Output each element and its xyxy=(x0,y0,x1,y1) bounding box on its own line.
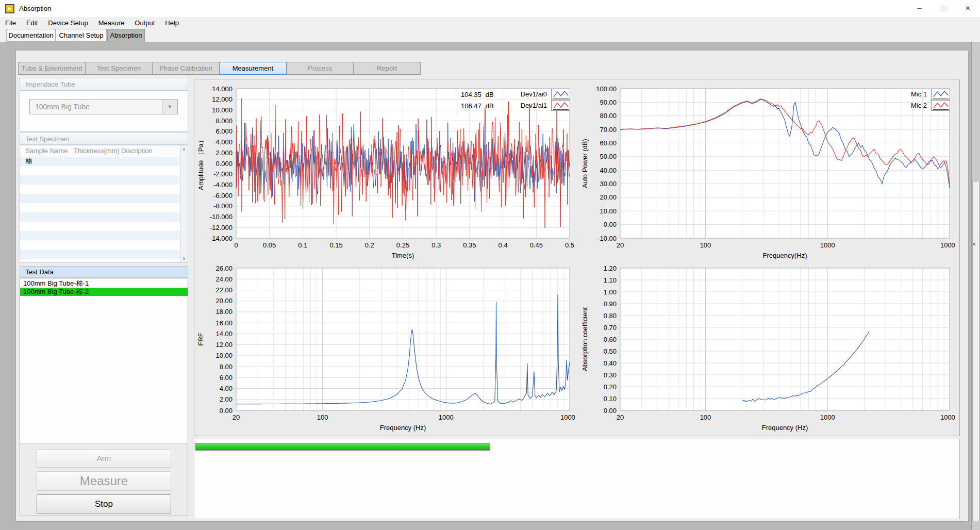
subtab-phase-calibration[interactable]: Phase Calibration xyxy=(152,62,220,75)
level-dev1-ai0: 104.35 xyxy=(461,91,481,98)
impedance-tube-body: 100mm Big Tube ▼ xyxy=(20,91,188,132)
svg-text:-12.000: -12.000 xyxy=(210,224,232,231)
svg-text:Amplitude （Pa）: Amplitude （Pa） xyxy=(197,137,205,190)
svg-text:1000: 1000 xyxy=(820,241,835,249)
chevron-down-icon[interactable]: ▼ xyxy=(162,100,177,114)
waveform-icon xyxy=(551,89,570,100)
svg-text:100: 100 xyxy=(700,413,711,421)
menu-output[interactable]: Output xyxy=(129,17,160,29)
svg-text:0.35: 0.35 xyxy=(463,241,476,249)
table-row[interactable] xyxy=(20,231,188,240)
tube-select-dropdown[interactable]: 100mm Big Tube ▼ xyxy=(29,99,178,114)
svg-text:Frequency(Hz): Frequency(Hz) xyxy=(763,252,807,259)
svg-text:2.00: 2.00 xyxy=(220,395,232,403)
svg-text:0.000: 0.000 xyxy=(215,160,232,168)
svg-text:20.00: 20.00 xyxy=(215,297,232,305)
table-row[interactable] xyxy=(20,222,188,231)
action-button-box: Arm Measure Stop xyxy=(20,443,188,516)
waveform-icon xyxy=(931,100,950,111)
svg-text:0: 0 xyxy=(234,241,238,249)
table-scrollbar[interactable]: ∧ ∨ xyxy=(180,145,188,262)
svg-text:1.20: 1.20 xyxy=(604,264,617,272)
svg-text:-14.000: -14.000 xyxy=(210,235,232,242)
measure-button[interactable]: Measure xyxy=(37,471,171,491)
svg-text:-10.00: -10.00 xyxy=(597,235,617,242)
scroll-down-icon[interactable]: ∨ xyxy=(180,256,188,261)
svg-text:Auto Power (dB): Auto Power (dB) xyxy=(581,139,589,188)
svg-text:100.00: 100.00 xyxy=(596,85,617,93)
svg-text:40.00: 40.00 xyxy=(600,167,617,174)
list-item-selected[interactable]: 100mm Big Tube-棉-2 xyxy=(20,288,188,296)
progress-fill xyxy=(196,443,490,450)
svg-text:10000: 10000 xyxy=(940,413,955,421)
svg-text:0.10: 0.10 xyxy=(604,395,617,403)
svg-text:0.5: 0.5 xyxy=(565,241,574,249)
impedance-tube-header: Impendace Tube xyxy=(20,78,188,91)
tab-documentation[interactable]: Documentation xyxy=(6,29,56,42)
level-dev1-ai1: 106.47 xyxy=(461,102,481,110)
collapse-left-icon[interactable]: < xyxy=(973,241,976,247)
col-discription: Discription xyxy=(121,145,188,157)
svg-text:FRF: FRF xyxy=(197,333,205,345)
subtab-report[interactable]: Report xyxy=(353,62,421,75)
list-item[interactable]: 100mm Big Tube-棉-1 xyxy=(20,279,188,288)
subtab-test-specimen[interactable]: Test Specimen xyxy=(85,62,153,75)
window-title: Absorption xyxy=(19,5,51,12)
svg-text:0.70: 0.70 xyxy=(604,324,617,332)
svg-text:6.00: 6.00 xyxy=(220,374,232,382)
arm-button[interactable]: Arm xyxy=(37,449,171,468)
svg-text:16.00: 16.00 xyxy=(215,319,232,327)
bottom-panel xyxy=(194,439,960,519)
close-button[interactable]: ✕ xyxy=(956,0,980,17)
tab-channel-setup[interactable]: Channel Setup xyxy=(56,29,107,42)
subtab-process[interactable]: Process xyxy=(286,62,354,75)
scrollbar-thumb[interactable] xyxy=(972,181,979,521)
menu-help[interactable]: Help xyxy=(160,17,184,29)
maximize-button[interactable]: □ xyxy=(932,0,956,17)
svg-text:0.45: 0.45 xyxy=(530,241,543,249)
test-data-header: Test Data xyxy=(20,266,188,278)
waveform-icon xyxy=(931,89,950,100)
svg-text:8.000: 8.000 xyxy=(215,117,232,125)
legend-label: Mic 1 xyxy=(911,90,927,98)
vertical-scrollbar[interactable]: < xyxy=(971,42,980,530)
table-header-row: Sample Name Thickness(mm) Discription xyxy=(20,145,188,157)
table-row[interactable] xyxy=(20,185,188,194)
minimize-button[interactable]: ─ xyxy=(907,0,932,17)
svg-text:4.000: 4.000 xyxy=(215,138,232,146)
svg-text:-2.000: -2.000 xyxy=(213,170,232,178)
svg-text:-8.000: -8.000 xyxy=(213,202,232,210)
stop-button[interactable]: Stop xyxy=(37,494,171,514)
tab-absorption[interactable]: Absorption xyxy=(107,29,145,42)
scroll-up-icon[interactable]: ∧ xyxy=(180,147,188,152)
table-row[interactable] xyxy=(20,240,188,250)
svg-text:12.000: 12.000 xyxy=(212,95,232,103)
svg-text:30.00: 30.00 xyxy=(600,180,617,188)
subtab-measurement[interactable]: Measurement xyxy=(219,62,287,75)
svg-text:10000: 10000 xyxy=(940,241,955,249)
svg-text:0.05: 0.05 xyxy=(263,241,276,249)
menu-device-setup[interactable]: Device Setup xyxy=(43,17,93,29)
menu-measure[interactable]: Measure xyxy=(93,17,130,29)
svg-text:70.00: 70.00 xyxy=(600,126,617,134)
svg-text:10.00: 10.00 xyxy=(215,352,232,359)
legend-label: Dev1/ai1 xyxy=(521,102,547,109)
subtab-tube-environment[interactable]: Tube & Environment xyxy=(18,62,86,75)
svg-text:20: 20 xyxy=(232,413,240,421)
menu-edit[interactable]: Edit xyxy=(21,17,43,29)
menu-file[interactable]: File xyxy=(0,17,21,29)
table-row[interactable] xyxy=(20,166,188,175)
svg-text:-10.000: -10.000 xyxy=(210,213,232,221)
table-row[interactable] xyxy=(20,175,188,185)
titlebar: ▶ Absorption ─ □ ✕ xyxy=(0,0,980,17)
table-row[interactable] xyxy=(20,250,188,259)
svg-text:0.00: 0.00 xyxy=(604,407,617,415)
table-row[interactable] xyxy=(20,212,188,222)
auto-power-legend: Mic 1 Mic 2 xyxy=(911,88,950,111)
svg-text:90.00: 90.00 xyxy=(600,98,617,106)
table-row[interactable] xyxy=(20,194,188,203)
absorption-chart: 0.000.100.200.300.400.500.600.700.800.90… xyxy=(580,261,955,434)
svg-text:Frequency (Hz): Frequency (Hz) xyxy=(380,424,426,432)
table-row[interactable] xyxy=(20,203,188,212)
table-row[interactable]: 棉 xyxy=(20,157,188,166)
